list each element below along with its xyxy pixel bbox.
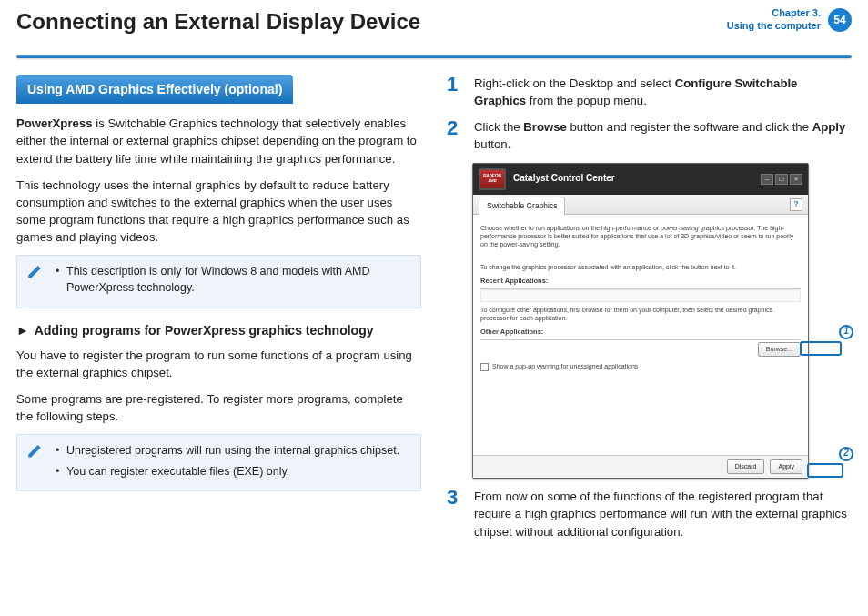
page-header: Connecting an External Display Device Ch… bbox=[0, 0, 868, 49]
paragraph: You have to register the program to run … bbox=[16, 347, 421, 381]
sub-heading: ►Adding programs for PowerXpress graphic… bbox=[16, 321, 421, 339]
note-box: This description is only for Windows 8 a… bbox=[16, 255, 421, 308]
step-body: From now on some of the functions of the… bbox=[474, 488, 852, 540]
catalyst-window: RADEON AMD Catalyst Control Center – □ ×… bbox=[472, 163, 809, 480]
help-button[interactable]: ? bbox=[790, 198, 802, 211]
browse-button[interactable]: Browse... bbox=[758, 342, 801, 357]
other-applications-heading: Other Applications: bbox=[480, 328, 801, 340]
note-item: Unregistered programs will run using the… bbox=[54, 442, 411, 459]
callout-2: 2 bbox=[839, 447, 853, 461]
section-heading: Using AMD Graphics Effectively (optional… bbox=[16, 75, 293, 104]
step-body: Click the Browse button and register the… bbox=[474, 118, 852, 153]
switchable-graphics-tab[interactable]: Switchable Graphics bbox=[479, 197, 565, 214]
catalyst-titlebar: RADEON AMD Catalyst Control Center – □ × bbox=[473, 164, 808, 195]
catalyst-footer: Discard Apply bbox=[473, 455, 808, 478]
note-box: Unregistered programs will run using the… bbox=[16, 434, 421, 490]
step-number: 1 bbox=[447, 75, 465, 109]
catalyst-screenshot: RADEON AMD Catalyst Control Center – □ ×… bbox=[472, 163, 852, 480]
intro-paragraph: PowerXpress is Switchable Graphics techn… bbox=[16, 115, 421, 167]
discard-button[interactable]: Discard bbox=[727, 459, 765, 474]
note-item: This description is only for Windows 8 a… bbox=[54, 263, 411, 296]
recent-applications-heading: Recent Applications: bbox=[480, 277, 801, 289]
catalyst-body: Choose whether to run applications on th… bbox=[473, 215, 808, 456]
step-2: 2 Click the Browse button and register t… bbox=[447, 118, 852, 153]
minimize-button[interactable]: – bbox=[761, 174, 773, 185]
maximize-button[interactable]: □ bbox=[775, 174, 788, 185]
popup-warning-label: Show a pop-up warning for unassigned app… bbox=[492, 362, 638, 371]
step-3: 3 From now on some of the functions of t… bbox=[447, 488, 852, 540]
catalyst-title: Catalyst Control Center bbox=[513, 172, 615, 186]
step-number: 2 bbox=[447, 118, 465, 153]
step-1: 1 Right-click on the Desktop and select … bbox=[447, 75, 852, 109]
step-number: 3 bbox=[447, 488, 465, 540]
popup-warning-checkbox[interactable] bbox=[480, 363, 489, 371]
note-item: You can register executable files (EXE) … bbox=[54, 463, 411, 480]
paragraph: Some programs are pre-registered. To reg… bbox=[16, 390, 421, 425]
window-controls: – □ × bbox=[761, 174, 802, 185]
powerxpress-term: PowerXpress bbox=[16, 116, 93, 130]
triangle-icon: ► bbox=[16, 323, 29, 338]
apply-highlight bbox=[807, 463, 843, 478]
chapter-line: Chapter 3. bbox=[727, 7, 821, 20]
chapter-subline: Using the computer bbox=[727, 20, 821, 33]
popup-warning-row: Show a pop-up warning for unassigned app… bbox=[480, 362, 801, 371]
close-button[interactable]: × bbox=[790, 174, 802, 185]
catalyst-description: To change the graphics processor associa… bbox=[480, 263, 801, 271]
apply-button[interactable]: Apply bbox=[770, 459, 802, 474]
recent-applications-list bbox=[480, 289, 801, 302]
catalyst-tabrow: Switchable Graphics ? bbox=[473, 195, 808, 215]
page-number-badge: 54 bbox=[828, 8, 852, 32]
paragraph: This technology uses the internal graphi… bbox=[16, 177, 421, 247]
note-icon bbox=[26, 263, 43, 279]
left-column: Using AMD Graphics Effectively (optional… bbox=[16, 75, 421, 550]
catalyst-description: To configure other applications, first b… bbox=[480, 306, 801, 322]
note-icon bbox=[26, 442, 43, 459]
radeon-badge-icon: RADEON AMD bbox=[479, 168, 506, 190]
callout-1: 1 bbox=[839, 325, 853, 339]
browse-highlight bbox=[800, 341, 842, 356]
right-column: 1 Right-click on the Desktop and select … bbox=[447, 75, 852, 550]
chapter-info: Chapter 3. Using the computer 54 bbox=[727, 7, 852, 33]
step-body: Right-click on the Desktop and select Co… bbox=[474, 75, 852, 109]
catalyst-description: Choose whether to run applications on th… bbox=[480, 224, 801, 248]
